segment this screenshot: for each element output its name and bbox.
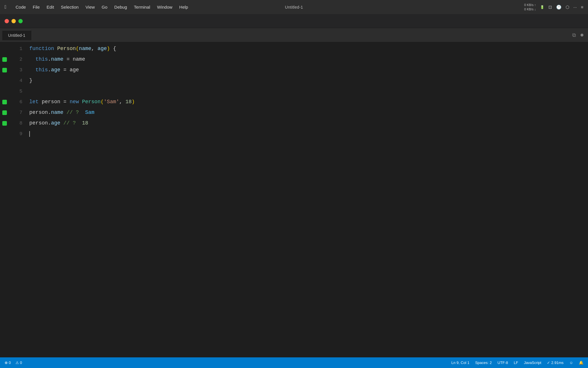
code-line-4: } — [29, 75, 584, 86]
ln-1: 1 — [20, 43, 22, 54]
traffic-lights — [5, 19, 23, 23]
ln-4: 4 — [20, 75, 22, 86]
menu-bar:  Code File Edit Selection View Go Debug… — [0, 0, 588, 14]
menu-edit[interactable]: Edit — [43, 3, 57, 11]
status-bar: ⊗ 0 ⚠ 0 Ln 9, Col 1 Spaces: 2 UTF-8 LF J… — [0, 357, 588, 368]
menu-view[interactable]: View — [82, 3, 98, 11]
close-button[interactable] — [5, 19, 9, 23]
maximize-button[interactable] — [18, 19, 23, 23]
bp-2[interactable] — [2, 54, 7, 65]
minimize-button[interactable] — [11, 19, 16, 23]
scrollbar-track[interactable] — [584, 42, 588, 357]
cursor — [29, 131, 30, 137]
ln-7: 7 — [20, 107, 22, 118]
bp-3[interactable] — [2, 65, 7, 75]
ln-6: 6 — [20, 97, 22, 107]
code-line-2: this . name = name — [29, 54, 584, 65]
bell-icon[interactable]: 🔔 — [579, 361, 583, 365]
timing: ✓ 2.91ms — [547, 361, 563, 365]
menu-selection[interactable]: Selection — [57, 3, 82, 11]
window-title: Untitled-1 — [285, 5, 303, 9]
ln-5: 5 — [20, 86, 22, 97]
bp-1[interactable] — [2, 43, 7, 54]
code-content[interactable]: function Person ( name , age ) { this . … — [26, 42, 584, 357]
code-line-9 — [29, 129, 584, 139]
code-line-1: function Person ( name , age ) { — [29, 43, 584, 54]
dirty-indicator — [581, 34, 583, 37]
bp-9[interactable] — [2, 129, 7, 139]
list-icon: ≡ — [581, 5, 583, 9]
menu-help[interactable]: Help — [176, 3, 192, 11]
status-right: Ln 9, Col 1 Spaces: 2 UTF-8 LF JavaScrip… — [451, 361, 583, 365]
tab-bar-right: ⧉ — [572, 32, 588, 38]
ln-2: 2 — [20, 54, 22, 65]
menu-bar-status: 0 KB/s ↑0 KB/s ↓ 🔋 ⊡ 🕐 ⬡ ··· ≡ — [524, 3, 583, 11]
bp-7[interactable] — [2, 107, 7, 118]
battery-icon: 🔋 — [540, 5, 544, 9]
finder-icon: ⬡ — [566, 5, 569, 10]
cursor-position[interactable]: Ln 9, Col 1 — [451, 361, 469, 365]
tab-label: Untitled-1 — [8, 33, 25, 38]
code-line-8: person . age // ? 18 — [29, 118, 584, 129]
language-mode[interactable]: JavaScript — [524, 361, 541, 365]
editor: 1 2 3 4 5 6 7 8 9 function Person ( name… — [0, 42, 588, 357]
eol[interactable]: LF — [514, 361, 518, 365]
status-left: ⊗ 0 ⚠ 0 — [5, 361, 22, 365]
warning-count[interactable]: ⚠ 0 — [16, 361, 22, 365]
bp-6[interactable] — [2, 97, 7, 107]
menu-debug[interactable]: Debug — [111, 3, 130, 11]
bp-8[interactable] — [2, 118, 7, 129]
apple-icon[interactable]:  — [5, 4, 6, 10]
encoding[interactable]: UTF-8 — [498, 361, 508, 365]
ln-3: 3 — [20, 65, 22, 75]
ln-9: 9 — [20, 129, 22, 139]
code-line-6: let person = new Person ( 'Sam' , 18 ) — [29, 97, 584, 107]
tab-untitled1[interactable]: Untitled-1 — [2, 30, 31, 40]
tab-bar: Untitled-1 ⧉ — [0, 28, 588, 42]
code-line-5 — [29, 86, 584, 97]
bp-5[interactable] — [2, 86, 7, 97]
airplay-icon: ⊡ — [548, 5, 552, 10]
menu-file[interactable]: File — [29, 3, 43, 11]
indentation[interactable]: Spaces: 2 — [475, 361, 492, 365]
menu-terminal[interactable]: Terminal — [130, 3, 154, 11]
more-icon: ··· — [573, 5, 577, 9]
menu-code[interactable]: Code — [12, 3, 29, 11]
bp-4[interactable] — [2, 75, 7, 86]
breakpoints-column — [0, 42, 9, 357]
ln-8: 8 — [20, 118, 22, 129]
line-numbers: 1 2 3 4 5 6 7 8 9 — [9, 42, 26, 357]
split-editor-icon[interactable]: ⧉ — [572, 32, 576, 38]
network-status: 0 KB/s ↑0 KB/s ↓ — [524, 3, 536, 11]
window-chrome — [0, 14, 588, 28]
menu-go[interactable]: Go — [98, 3, 111, 11]
error-count[interactable]: ⊗ 0 — [5, 361, 11, 365]
code-line-7: person . name // ? Sam — [29, 107, 584, 118]
clock-icon: 🕐 — [556, 5, 562, 10]
feedback-icon[interactable]: ☺ — [569, 361, 573, 365]
code-line-3: this . age = age — [29, 65, 584, 75]
menu-window[interactable]: Window — [154, 3, 176, 11]
